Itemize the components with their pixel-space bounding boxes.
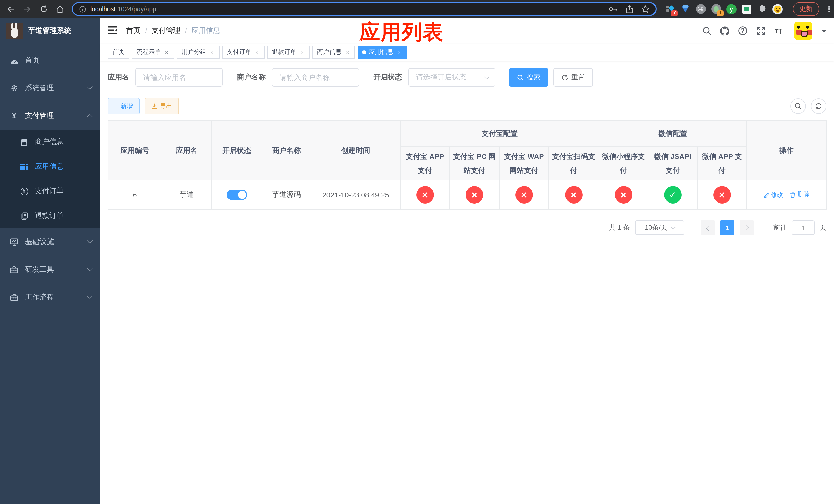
tab-app-info[interactable]: 应用信息×	[357, 45, 407, 59]
app-table: 应用编号 应用名 开启状态 商户名称 创建时间 支付宝配置 微信配置 操作 支付…	[108, 120, 827, 210]
chevron-down-icon	[671, 225, 676, 229]
sidebar-item-merchant-info[interactable]: 商户信息	[0, 130, 100, 154]
current-page-button[interactable]: 1	[720, 221, 734, 235]
pagination: 共 1 条 10条/页 1 前往 页	[108, 221, 826, 235]
goto-unit-label: 页	[820, 223, 826, 232]
sidebar-item-home[interactable]: 首页	[0, 47, 100, 74]
app-logo	[6, 22, 23, 39]
app-name-input[interactable]	[135, 68, 223, 87]
sidebar-item-infra[interactable]: 基础设施	[0, 228, 100, 256]
back-icon[interactable]	[4, 2, 18, 16]
app-logo-row[interactable]: 芋道管理系统	[0, 18, 100, 44]
add-button[interactable]: + 新增	[108, 98, 139, 114]
sidebar-item-app-info[interactable]: 应用信息	[0, 154, 100, 179]
close-icon[interactable]: ×	[254, 49, 260, 55]
header-search-icon[interactable]	[702, 26, 711, 36]
close-icon[interactable]: ×	[299, 49, 305, 55]
export-button[interactable]: 导出	[145, 98, 179, 114]
extension-badge: 10	[671, 10, 678, 16]
refresh-icon	[562, 74, 568, 81]
extension-blocks-icon[interactable]: 10	[665, 4, 675, 14]
sidebar-item-devtools[interactable]: 研发工具	[0, 256, 100, 283]
annotation-title: 应用列表	[359, 18, 444, 46]
password-key-icon[interactable]	[609, 6, 618, 12]
sidebar-item-refund-orders[interactable]: 退款订单	[0, 204, 100, 228]
tab-process-form[interactable]: 流程表单×	[132, 45, 174, 59]
topbar: 首页 / 支付管理 / 应用信息	[100, 18, 834, 44]
close-icon[interactable]: ×	[396, 49, 402, 55]
extension-y-icon[interactable]: y	[726, 4, 737, 14]
github-icon[interactable]	[720, 26, 729, 36]
group-wechat-config: 微信配置	[599, 121, 747, 146]
extensions-puzzle-icon[interactable]	[757, 4, 767, 14]
goto-page-input[interactable]	[792, 221, 814, 235]
table-toolbar: + 新增 导出	[108, 98, 826, 114]
prev-page-button[interactable]	[701, 221, 715, 235]
browser-update-button[interactable]: 更新	[793, 2, 819, 16]
page-size-select[interactable]: 10条/页	[635, 221, 684, 235]
reload-icon[interactable]	[37, 2, 50, 16]
col-created: 创建时间	[311, 121, 400, 180]
breadcrumb-payment[interactable]: 支付管理	[152, 26, 180, 36]
extension-chat-icon[interactable]	[742, 4, 752, 14]
refresh-icon	[815, 102, 822, 110]
forward-icon[interactable]	[21, 2, 34, 16]
search-button[interactable]: 搜索	[509, 68, 548, 87]
bookmark-star-icon[interactable]	[641, 5, 649, 13]
sidebar-collapse-icon[interactable]	[108, 26, 118, 36]
refresh-table-button[interactable]	[811, 98, 826, 114]
browser-toolbar: localhost:1024/pay/app 10 ⌘ 1 y	[0, 0, 834, 18]
tab-merchant-info[interactable]: 商户信息×	[312, 45, 355, 59]
font-size-icon[interactable]: TT	[774, 26, 783, 36]
col-alipay-wap: 支付宝 WAP 网站支付	[499, 146, 549, 180]
sidebar-item-payment[interactable]: ¥ 支付管理	[0, 102, 100, 130]
extension-command-icon[interactable]: ⌘	[696, 4, 706, 14]
home-icon[interactable]	[53, 2, 67, 16]
edit-button[interactable]: 修改	[764, 191, 783, 200]
tab-user-group[interactable]: 用户分组×	[177, 45, 220, 59]
avatar[interactable]	[794, 22, 812, 40]
trash-icon	[790, 192, 796, 198]
reset-button[interactable]: 重置	[553, 68, 593, 87]
extension-oval-icon[interactable]: 1	[711, 4, 721, 14]
share-icon[interactable]	[626, 5, 633, 13]
alipay-pc-status-icon: ×	[466, 186, 483, 204]
extension-emoji-icon[interactable]	[772, 4, 783, 14]
browser-menu-icon[interactable]: ⋮	[825, 4, 833, 14]
enabled-toggle[interactable]	[226, 190, 247, 200]
cell-app-id: 6	[108, 180, 162, 209]
edit-pen-icon	[764, 192, 769, 198]
tab-pay-orders[interactable]: 支付订单×	[222, 45, 265, 59]
extension-badge: 1	[717, 10, 724, 16]
url-bar[interactable]: localhost:1024/pay/app	[72, 2, 657, 16]
sidebar-item-pay-orders[interactable]: ¥ 支付订单	[0, 179, 100, 204]
breadcrumb-home[interactable]: 首页	[126, 26, 140, 36]
page-info-icon[interactable]	[79, 5, 86, 13]
sidebar-item-workflow[interactable]: 工作流程	[0, 283, 100, 311]
col-status: 开启状态	[212, 121, 262, 180]
avatar-caret-icon[interactable]	[821, 29, 826, 35]
next-page-button[interactable]	[740, 221, 754, 235]
col-alipay-qr: 支付宝扫码支付	[549, 146, 599, 180]
alipay-wap-status-icon: ×	[515, 186, 533, 204]
fullscreen-icon[interactable]	[756, 26, 765, 36]
col-alipay-app: 支付宝 APP 支付	[400, 146, 449, 180]
pagination-total: 共 1 条	[609, 223, 630, 232]
delete-button[interactable]: 删除	[790, 190, 810, 199]
close-icon[interactable]: ×	[163, 49, 170, 55]
close-icon[interactable]: ×	[344, 49, 350, 55]
merchant-name-input[interactable]	[272, 68, 359, 87]
status-select[interactable]: 请选择开启状态	[408, 68, 496, 87]
wx-lite-status-icon: ×	[615, 186, 632, 204]
close-icon[interactable]: ×	[209, 49, 215, 55]
tab-refund-orders[interactable]: 退款订单×	[267, 45, 310, 59]
extension-gem-icon[interactable]	[680, 4, 690, 14]
tab-home[interactable]: 首页	[108, 45, 129, 59]
sidebar-item-system[interactable]: 系统管理	[0, 74, 100, 102]
col-merchant: 商户名称	[262, 121, 311, 180]
help-icon[interactable]	[738, 26, 747, 36]
col-wx-jsapi: 微信 JSAPI 支付	[648, 146, 697, 180]
show-search-button[interactable]	[790, 98, 806, 114]
grid-icon	[20, 163, 28, 170]
url-text: localhost:1024/pay/app	[90, 5, 156, 13]
